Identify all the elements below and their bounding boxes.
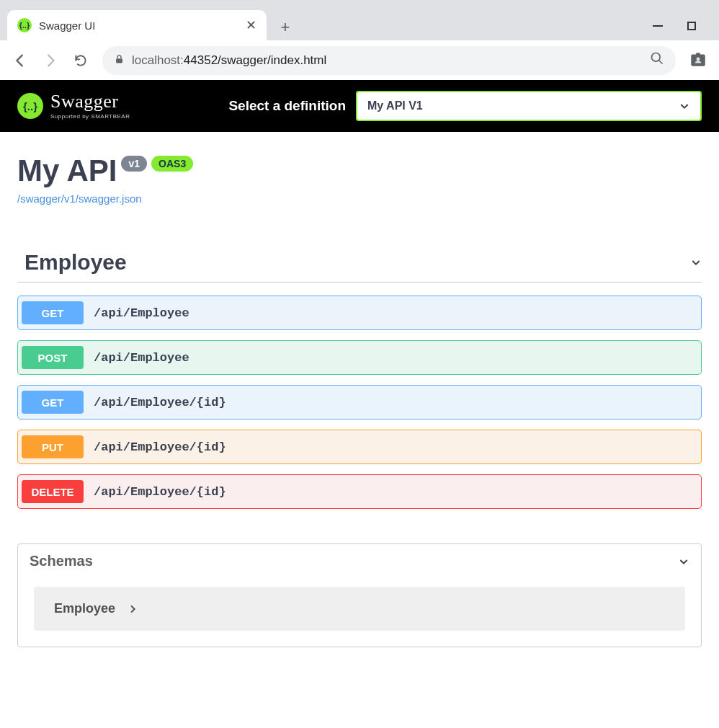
definition-selected-value: My API V1 <box>367 99 423 112</box>
version-badge: v1 <box>121 156 147 172</box>
schemas-title: Schemas <box>30 553 93 569</box>
operation-path: /api/Employee <box>94 351 189 365</box>
operation-put-row[interactable]: PUT/api/Employee/{id} <box>17 430 702 464</box>
browser-tab[interactable]: {..} Swagger UI ✕ <box>7 10 267 40</box>
swagger-topbar: {..} Swagger Supported by SMARTBEAR Sele… <box>0 80 719 132</box>
tag-employee[interactable]: Employee <box>17 250 702 283</box>
close-tab-icon[interactable]: ✕ <box>246 17 256 33</box>
operation-path: /api/Employee/{id} <box>94 440 226 454</box>
reload-button[interactable] <box>72 52 89 69</box>
schemas-header[interactable]: Schemas <box>18 544 701 578</box>
minimize-icon[interactable] <box>653 25 663 27</box>
chevron-down-icon <box>690 257 702 268</box>
spec-link[interactable]: /swagger/v1/swagger.json <box>17 192 142 205</box>
operation-get-row[interactable]: GET/api/Employee <box>17 296 702 330</box>
http-method-badge: POST <box>22 346 84 369</box>
back-button[interactable] <box>12 52 29 69</box>
svg-point-3 <box>697 57 700 61</box>
operation-path: /api/Employee/{id} <box>94 396 226 409</box>
logo-subtext: Supported by SMARTBEAR <box>50 114 130 120</box>
svg-line-2 <box>659 61 663 64</box>
http-method-badge: GET <box>22 301 84 324</box>
api-title: My API <box>17 154 117 188</box>
new-tab-button[interactable]: + <box>272 14 298 40</box>
operation-path: /api/Employee <box>94 306 189 320</box>
chevron-down-icon <box>678 556 689 567</box>
definition-select[interactable]: My API V1 <box>356 91 702 121</box>
tab-strip: {..} Swagger UI ✕ + <box>0 0 719 40</box>
tag-name: Employee <box>17 250 127 275</box>
browser-toolbar: localhost:44352/swagger/index.html <box>0 40 719 80</box>
search-icon[interactable] <box>650 51 664 69</box>
chevron-down-icon <box>679 100 690 112</box>
profile-icon[interactable] <box>689 50 707 71</box>
tab-title: Swagger UI <box>39 19 238 32</box>
http-method-badge: PUT <box>22 435 84 458</box>
svg-point-1 <box>652 53 661 62</box>
forward-button[interactable] <box>42 52 59 69</box>
browser-chrome: {..} Swagger UI ✕ + localhost:44352/swag… <box>0 0 719 80</box>
operation-get-row[interactable]: GET/api/Employee/{id} <box>17 385 702 420</box>
definition-label: Select a definition <box>228 98 346 114</box>
maximize-icon[interactable] <box>687 22 696 30</box>
oas-badge: OAS3 <box>151 156 193 172</box>
operation-post-row[interactable]: POST/api/Employee <box>17 340 702 375</box>
address-bar[interactable]: localhost:44352/swagger/index.html <box>102 46 676 75</box>
swagger-content: My API v1 OAS3 /swagger/v1/swagger.json … <box>0 132 719 669</box>
svg-rect-0 <box>116 58 122 63</box>
chevron-right-icon <box>127 603 138 615</box>
lock-icon <box>114 54 125 67</box>
window-controls <box>653 12 719 40</box>
swagger-favicon-icon: {..} <box>17 18 32 32</box>
operations-list: GET/api/EmployeePOST/api/EmployeeGET/api… <box>17 296 702 509</box>
url-text: localhost:44352/swagger/index.html <box>132 53 326 68</box>
schemas-section: Schemas Employee <box>17 543 702 647</box>
logo-text: Swagger <box>50 92 130 111</box>
schema-name: Employee <box>54 601 115 616</box>
http-method-badge: GET <box>22 391 84 414</box>
swagger-logo-icon: {..} <box>17 93 43 119</box>
http-method-badge: DELETE <box>22 480 84 503</box>
schema-item[interactable]: Employee <box>34 587 685 631</box>
operation-delete-row[interactable]: DELETE/api/Employee/{id} <box>17 474 702 509</box>
operation-path: /api/Employee/{id} <box>94 485 226 499</box>
swagger-logo[interactable]: {..} Swagger Supported by SMARTBEAR <box>17 92 130 120</box>
